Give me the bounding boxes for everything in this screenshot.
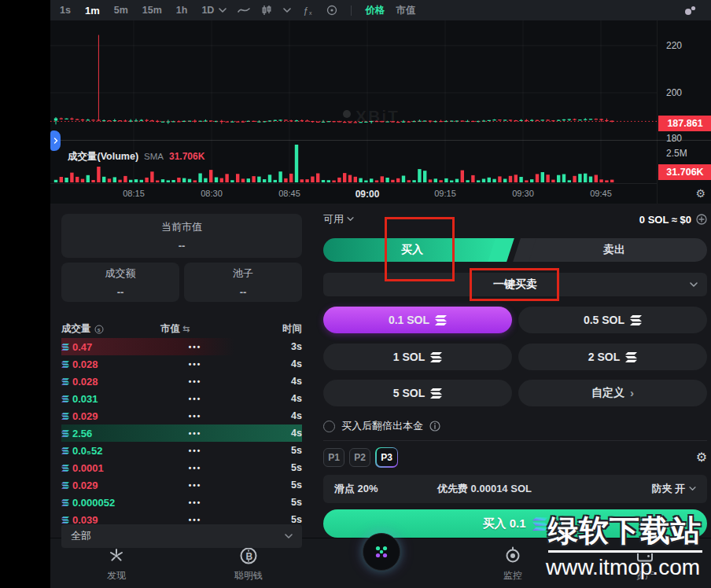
timeframe-button[interactable]: 15m (142, 5, 162, 16)
table-row[interactable]: 0.0001 ••• 5s (61, 459, 302, 476)
amount-button-1-sol[interactable]: 1 SOL (323, 344, 512, 370)
pool-value: -- (240, 286, 247, 298)
nav-item-trade[interactable]: 交易 (333, 538, 428, 588)
solana-icon (630, 315, 642, 325)
chevron-down-icon[interactable] (219, 8, 227, 13)
table-row[interactable]: 0.028 ••• 4s (61, 355, 302, 373)
table-row[interactable]: 0.47 ••• 3s (61, 338, 302, 355)
trade-icon (363, 533, 400, 571)
preset-p1-button[interactable]: P1 (323, 448, 344, 467)
table-row[interactable]: 0.000052 ••• 5s (61, 494, 302, 511)
site-watermark-title: 绿软下载站 (548, 511, 702, 551)
priority-fee-value: 优先费 0.00014 SOL (437, 482, 532, 496)
solana-icon (61, 499, 69, 506)
swap-arrows-icon: ⇆ (182, 324, 190, 334)
target-icon[interactable] (326, 5, 337, 16)
table-row[interactable]: 0.029 ••• 4s (61, 407, 302, 424)
amount-button-5-sol[interactable]: 5 SOL (323, 380, 512, 406)
trade-volume-value: 0.029 (72, 410, 98, 422)
line-style-icon[interactable] (238, 6, 250, 15)
site-watermark-url: www.itmop.com (546, 555, 700, 580)
trade-volume-value: 0.0001 (72, 462, 104, 474)
column-header-mcap[interactable]: 市值 ⇆ (160, 322, 190, 336)
slippage-settings-bar[interactable]: 滑点 20% 优先费 0.00014 SOL 防夹 开 (323, 475, 707, 503)
preset-row: P1 P2 P3 ⚙ (323, 447, 707, 467)
timeframe-button[interactable]: 1D (201, 5, 214, 16)
timeframe-button[interactable]: 5m (114, 5, 128, 16)
deposit-plus-icon[interactable] (696, 214, 707, 225)
chat-bubbles-icon[interactable] (684, 6, 696, 16)
volume-indicator-header: 成交量(Volume) SMA 31.706K (68, 150, 204, 164)
amount-button-2-sol[interactable]: 2 SOL (518, 344, 707, 370)
trade-volume-value: 0.47 (72, 341, 92, 353)
trades-table: 0.47 ••• 3s 0.028 ••• 4s 0.028 (61, 338, 302, 528)
trade-time-value: 4s (291, 428, 302, 439)
solana-icon (61, 430, 69, 437)
turnover-label: 成交额 (105, 266, 136, 281)
filter-value: 全部 (71, 529, 91, 543)
amount-button-custom[interactable]: 自定义 › (518, 380, 707, 406)
table-row[interactable]: 2.56 ••• 4s (61, 424, 302, 442)
trade-time-value: 3s (291, 341, 302, 352)
current-mcap-label: 当前市值 (161, 220, 202, 234)
last-volume-tag: 31.706K (658, 164, 711, 180)
trade-time-value: 5s (291, 497, 302, 508)
solana-icon (61, 465, 69, 472)
table-row[interactable]: 0.031 ••• 4s (61, 390, 302, 407)
trade-time-value: 4s (291, 358, 302, 369)
tab-sell[interactable]: 卖出 (521, 238, 707, 262)
table-row[interactable]: 0.029 ••• 5s (61, 476, 302, 494)
flip-checkbox[interactable] (323, 421, 335, 432)
solana-icon (61, 344, 69, 351)
chart-plot-area[interactable]: XBiT (50, 20, 657, 204)
timeframe-button[interactable]: 1s (60, 5, 71, 16)
sma-label: SMA (144, 152, 164, 161)
column-header-volume[interactable]: 成交量 s (61, 322, 104, 336)
price-tick: 200 (666, 87, 682, 98)
turnover-value: -- (117, 286, 124, 298)
price-chart: XBiT 成交量(Volume) SMA 31.706K 08:1508:300… (50, 20, 711, 204)
tab-market-cap[interactable]: 市值 (396, 4, 415, 17)
column-header-time: 时间 (282, 322, 302, 336)
solana-icon (435, 315, 447, 325)
pool-card: 池子 -- (184, 263, 302, 302)
tab-price[interactable]: 价格 (365, 4, 385, 17)
amount-button-0.1-sol[interactable]: 0.1 SOL (323, 307, 512, 333)
table-row[interactable]: 0.028 ••• 4s (61, 373, 302, 390)
nav-label: 监控 (503, 569, 522, 582)
info-icon[interactable] (429, 421, 440, 432)
chevron-down-icon[interactable] (283, 8, 291, 13)
indicator-fx-icon[interactable]: ƒx (302, 6, 315, 16)
price-axis[interactable]: 220 200 180 2.5M 187.861 31.706K (657, 20, 711, 204)
trade-time-value: 5s (291, 480, 302, 491)
trade-panel: 可用 0 SOL ≈ $0 买入 卖出 一键买卖 0.1 SOL 0.5 SOL (323, 204, 707, 538)
preset-p2-button[interactable]: P2 (349, 448, 370, 467)
preset-p3-button[interactable]: P3 (375, 447, 398, 468)
chevron-down-icon (347, 217, 354, 222)
amount-button-0.5-sol[interactable]: 0.5 SOL (518, 307, 707, 333)
trades-filter-dropdown[interactable]: 全部 (61, 524, 302, 548)
exchange-watermark: XBiT (356, 107, 400, 126)
trade-volume-value: 0.028 (72, 358, 98, 370)
red-highlight-box-trade-mode (470, 268, 559, 301)
preset-settings-gear-icon[interactable]: ⚙ (696, 450, 707, 465)
anti-mev-toggle[interactable]: 防夹 开 (651, 482, 696, 496)
red-highlight-box-buy-tab (385, 217, 455, 281)
table-row[interactable]: 0.0₅52 ••• 5s (61, 442, 302, 459)
time-axis[interactable]: 08:1508:3008:4509:0009:1509:3009:45 ⚙ (50, 183, 657, 204)
trade-mcap-value: ••• (171, 498, 219, 507)
chevron-down-icon (285, 534, 293, 539)
candlestick-pane[interactable] (50, 20, 657, 140)
timeframe-button[interactable]: 1h (176, 5, 188, 16)
time-axis-label: 08:30 (192, 189, 231, 198)
trade-time-value: 5s (291, 514, 302, 525)
price-tick: 180 (666, 133, 682, 144)
pane-divider[interactable] (50, 140, 711, 141)
time-axis-label: 09:30 (503, 189, 543, 198)
solana-icon (430, 352, 442, 362)
trade-mcap-value: ••• (171, 343, 219, 351)
candle-style-icon[interactable] (261, 5, 272, 16)
pane-collapse-handle[interactable] (50, 130, 61, 151)
timeframe-button[interactable]: 1m (85, 5, 100, 17)
available-dropdown[interactable]: 可用 (323, 212, 354, 226)
